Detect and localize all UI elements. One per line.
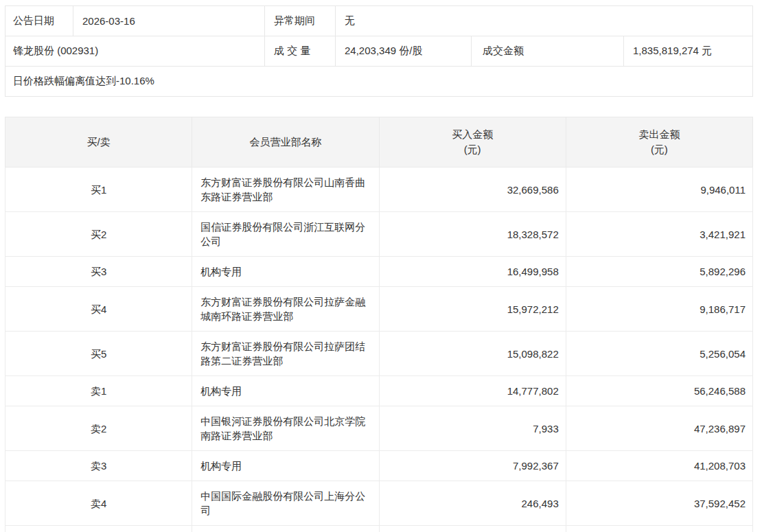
announce-date-value: 2026-03-16 (73, 6, 264, 36)
volume-value: 24,203,349 份/股 (335, 36, 471, 66)
cell-side: 买5 (5, 332, 192, 376)
table-row: 卖1机构专用14,777,80256,246,588 (5, 376, 753, 406)
cell-branch: 国信证券股份有限公司浙江互联网分公司 (192, 212, 379, 257)
cell-branch: 东方财富证券股份有限公司拉萨团结路第二证券营业部 (192, 332, 379, 376)
table-header-row: 买/卖 会员营业部名称 买入金额 (元) 卖出金额 (元) (5, 117, 753, 167)
cell-branch: 机构专用 (192, 526, 379, 532)
table-row: 卖2中国银河证券股份有限公司北京学院南路证券营业部7,93347,236,897 (5, 406, 753, 451)
turnover-value: 1,835,819,274 元 (623, 36, 752, 66)
table-row: 卖5机构专用028,914,498 (5, 526, 753, 532)
cell-sell: 9,186,717 (566, 287, 752, 332)
info-row-announcement: 公告日期 2026-03-16 异常期间 无 (5, 6, 752, 36)
volume-label: 成 交 量 (264, 36, 335, 66)
cell-side: 买1 (5, 167, 192, 212)
header-buy-amount-line2: (元) (380, 142, 565, 157)
deviation-note: 日价格跌幅偏离值达到-10.16% (5, 67, 752, 96)
cell-side: 买3 (5, 257, 192, 287)
header-buy-amount-line1: 买入金额 (380, 127, 565, 142)
header-branch-label: 会员营业部名称 (249, 136, 321, 148)
cell-buy: 246,493 (379, 481, 566, 526)
lhb-table: 买/卖 会员营业部名称 买入金额 (元) 卖出金额 (元) 买1东方财富证券股份… (5, 117, 753, 532)
cell-branch: 中国国际金融股份有限公司上海分公司 (192, 481, 379, 526)
cell-buy: 7,992,367 (379, 451, 566, 481)
cell-buy: 7,933 (379, 406, 566, 451)
cell-branch: 机构专用 (192, 451, 379, 481)
cell-side: 买4 (5, 287, 192, 332)
cell-branch: 机构专用 (192, 376, 379, 406)
cell-side: 买2 (5, 212, 192, 257)
cell-side: 卖3 (5, 451, 192, 481)
header-buy-amount: 买入金额 (元) (379, 117, 566, 167)
cell-sell: 3,421,921 (566, 212, 752, 257)
cell-buy: 14,777,802 (379, 376, 566, 406)
cell-buy: 15,972,212 (379, 287, 566, 332)
turnover-label: 成交金额 (471, 36, 623, 66)
announce-date-label: 公告日期 (5, 6, 73, 36)
cell-sell: 5,892,296 (566, 257, 752, 287)
table-row: 卖4中国国际金融股份有限公司上海分公司246,49337,592,452 (5, 481, 753, 526)
cell-buy: 32,669,586 (379, 167, 566, 212)
table-row: 买5东方财富证券股份有限公司拉萨团结路第二证券营业部15,098,8225,25… (5, 332, 753, 376)
cell-sell: 41,208,703 (566, 451, 752, 481)
cell-branch: 东方财富证券股份有限公司山南香曲东路证券营业部 (192, 167, 379, 212)
header-side-label: 买/卖 (87, 136, 111, 148)
abnormal-period-label: 异常期间 (264, 6, 335, 36)
abnormal-period-value: 无 (335, 6, 752, 36)
header-side: 买/卖 (5, 117, 192, 167)
cell-side: 卖2 (5, 406, 192, 451)
cell-side: 卖5 (5, 526, 192, 532)
cell-sell: 9,946,011 (566, 167, 752, 212)
cell-sell: 37,592,452 (566, 481, 752, 526)
cell-side: 卖1 (5, 376, 192, 406)
cell-sell: 47,236,897 (566, 406, 752, 451)
cell-branch: 东方财富证券股份有限公司拉萨金融城南环路证券营业部 (192, 287, 379, 332)
info-row-deviation: 日价格跌幅偏离值达到-10.16% (5, 67, 752, 96)
lhb-table-body: 买1东方财富证券股份有限公司山南香曲东路证券营业部32,669,5869,946… (5, 167, 753, 532)
table-row: 买2国信证券股份有限公司浙江互联网分公司18,328,5723,421,921 (5, 212, 753, 257)
stock-title: 锋龙股份 (002931) (5, 36, 264, 66)
cell-side: 卖4 (5, 481, 192, 526)
header-sell-amount: 卖出金额 (元) (566, 117, 752, 167)
header-sell-amount-line2: (元) (567, 142, 752, 157)
info-row-volume: 锋龙股份 (002931) 成 交 量 24,203,349 份/股 成交金额 … (5, 36, 752, 67)
cell-sell: 5,256,054 (566, 332, 752, 376)
cell-buy: 18,328,572 (379, 212, 566, 257)
header-branch: 会员营业部名称 (192, 117, 379, 167)
cell-buy: 15,098,822 (379, 332, 566, 376)
table-row: 买4东方财富证券股份有限公司拉萨金融城南环路证券营业部15,972,2129,1… (5, 287, 753, 332)
header-sell-amount-line1: 卖出金额 (567, 127, 752, 142)
table-row: 卖3机构专用7,992,36741,208,703 (5, 451, 753, 481)
table-row: 买1东方财富证券股份有限公司山南香曲东路证券营业部32,669,5869,946… (5, 167, 753, 212)
cell-branch: 中国银河证券股份有限公司北京学院南路证券营业部 (192, 406, 379, 451)
stock-info-box: 公告日期 2026-03-16 异常期间 无 锋龙股份 (002931) 成 交… (5, 5, 753, 97)
table-row: 买3机构专用16,499,9585,892,296 (5, 257, 753, 287)
cell-branch: 机构专用 (192, 257, 379, 287)
cell-sell: 28,914,498 (566, 526, 752, 532)
cell-buy: 0 (379, 526, 566, 532)
cell-sell: 56,246,588 (566, 376, 752, 406)
cell-buy: 16,499,958 (379, 257, 566, 287)
